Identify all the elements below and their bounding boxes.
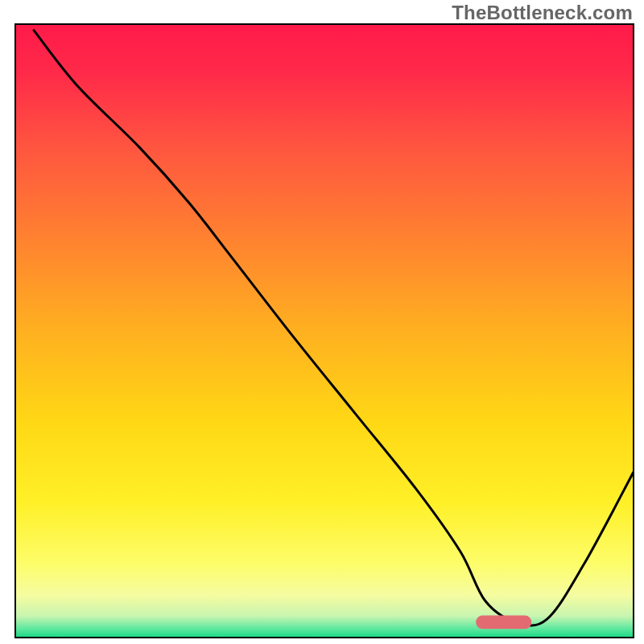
bottleneck-chart (0, 0, 644, 644)
plot-area (15, 24, 634, 638)
chart-frame: TheBottleneck.com (0, 0, 644, 644)
sweet-spot-marker (476, 616, 531, 630)
